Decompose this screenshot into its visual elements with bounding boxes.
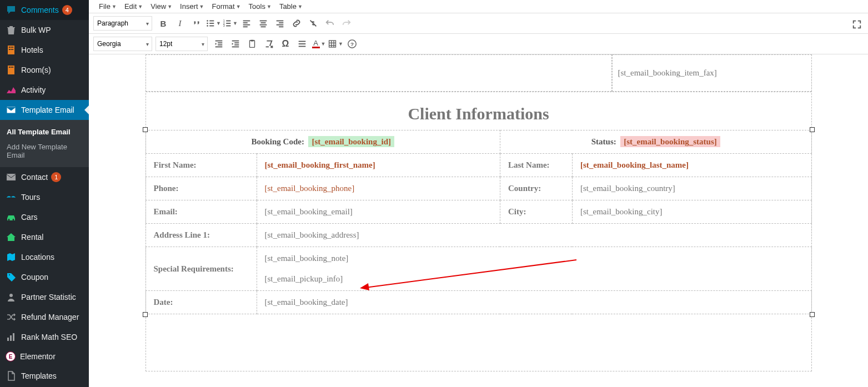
bold-button[interactable]: B — [155, 16, 171, 31]
sidebar-label: Room(s) — [21, 66, 51, 74]
sidebar-label: Rank Math SEO — [21, 333, 77, 341]
text-color-button[interactable]: A▼ — [311, 36, 327, 52]
file-icon — [6, 370, 17, 381]
sidebar-item-tours[interactable]: Tours — [0, 187, 89, 207]
indent-button[interactable] — [228, 36, 243, 52]
sidebar-item-refund[interactable]: Refund Manager — [0, 307, 89, 327]
resize-handle[interactable] — [143, 312, 148, 317]
sidebar-label: Tours — [21, 193, 40, 202]
clear-format-button[interactable] — [261, 36, 277, 52]
menu-table[interactable]: Table▼ — [276, 1, 306, 12]
svg-rect-46 — [234, 44, 239, 46]
menu-tools[interactable]: Tools▼ — [245, 1, 275, 12]
table-button[interactable]: ▼ — [328, 36, 343, 52]
sidebar-item-templates[interactable]: Templates — [0, 366, 89, 386]
italic-button[interactable]: I — [172, 16, 188, 31]
svg-text:3: 3 — [223, 24, 225, 27]
sidebar-item-rankmath[interactable]: Rank Math SEO — [0, 327, 89, 347]
table-row[interactable]: Email: [st_email_booking_email] City: [s… — [145, 200, 811, 224]
template-header-left-cell[interactable] — [145, 54, 612, 92]
table-row[interactable]: Address Line 1: [st_email_booking_addres… — [145, 224, 811, 247]
number-list-button[interactable]: 123▼ — [222, 16, 238, 31]
admin-sidebar: Comments 4 Bulk WP Hotels Room(s) Activi… — [0, 0, 89, 387]
svg-point-12 — [9, 294, 13, 297]
table-row[interactable]: Date: [st_email_booking_date] — [145, 291, 811, 314]
svg-rect-6 — [12, 49, 13, 50]
outdent-button[interactable] — [211, 36, 227, 52]
unlink-button[interactable] — [305, 16, 321, 31]
svg-rect-37 — [279, 22, 283, 23]
menu-insert[interactable]: Insert▼ — [177, 1, 207, 12]
svg-rect-40 — [215, 41, 223, 42]
bullet-list-button[interactable]: ▼ — [205, 16, 221, 31]
client-info-table[interactable]: Booking Code: [st_email_booking_id] Stat… — [145, 130, 812, 314]
submenu-add-new-template-email[interactable]: Add New Template Email — [0, 139, 89, 163]
svg-rect-14 — [10, 335, 12, 341]
editor-menubar: File▼ Edit▼ View▼ Insert▼ Format▼ Tools▼… — [89, 0, 868, 13]
sidebar-item-coupon[interactable]: Coupon — [0, 267, 89, 287]
svg-rect-43 — [215, 47, 223, 48]
submenu-all-template-email[interactable]: All Template Email — [0, 124, 89, 139]
template-header-right-cell[interactable]: [st_email_booking_item_fax] — [612, 54, 812, 92]
redo-button[interactable] — [339, 16, 354, 31]
sidebar-label: Comments — [21, 6, 59, 14]
menu-file[interactable]: File▼ — [96, 1, 120, 12]
sidebar-item-bulkwp[interactable]: Bulk WP — [0, 20, 89, 40]
menu-view[interactable]: View▼ — [147, 1, 175, 12]
resize-handle[interactable] — [143, 127, 148, 132]
table-row[interactable]: Phone: [st_email_booking_phone] Country:… — [145, 177, 811, 200]
building-icon — [6, 64, 17, 76]
resize-handle[interactable] — [810, 127, 815, 132]
sidebar-item-contact[interactable]: Contact 1 — [0, 167, 89, 187]
table-row[interactable]: Booking Code: [st_email_booking_id] Stat… — [145, 130, 811, 154]
undo-button[interactable] — [322, 16, 338, 31]
svg-rect-35 — [261, 26, 266, 27]
table-row[interactable]: Special Requirements: [st_email_booking_… — [145, 247, 811, 291]
elementor-icon: E — [6, 351, 16, 361]
paste-text-button[interactable] — [244, 36, 260, 52]
resize-handle[interactable] — [810, 312, 815, 317]
mail-icon — [6, 172, 17, 183]
svg-rect-13 — [7, 338, 9, 341]
font-family-select[interactable]: Georgia — [93, 37, 152, 51]
sidebar-item-activity[interactable]: Activity — [0, 80, 89, 100]
svg-rect-25 — [226, 23, 230, 24]
help-button[interactable]: ? — [344, 36, 360, 52]
sidebar-item-rooms[interactable]: Room(s) — [0, 60, 89, 80]
sidebar-item-template-email[interactable]: Template Email — [0, 100, 89, 120]
client-info-table-wrapper: Booking Code: [st_email_booking_id] Stat… — [145, 130, 812, 314]
menu-format[interactable]: Format▼ — [209, 1, 244, 12]
menu-edit[interactable]: Edit▼ — [121, 1, 146, 12]
fullscreen-button[interactable] — [849, 17, 865, 32]
sidebar-item-hotels[interactable]: Hotels — [0, 40, 89, 60]
align-right-button[interactable] — [272, 16, 288, 31]
table-row[interactable]: First Name: [st_email_booking_first_name… — [145, 154, 811, 177]
align-center-button[interactable] — [255, 16, 271, 31]
link-button[interactable] — [289, 16, 304, 31]
svg-rect-2 — [11, 47, 12, 48]
user-icon — [6, 291, 17, 303]
section-heading[interactable]: Client Informations — [146, 92, 811, 130]
hr-button[interactable] — [294, 36, 310, 52]
svg-point-16 — [207, 20, 208, 22]
svg-rect-39 — [279, 26, 283, 27]
font-size-select[interactable]: 12pt — [155, 37, 208, 51]
sidebar-item-elementor[interactable]: E Elementor — [0, 347, 89, 366]
svg-rect-33 — [261, 22, 266, 23]
svg-rect-50 — [299, 41, 306, 42]
sidebar-item-partner[interactable]: Partner Statistic — [0, 287, 89, 307]
block-format-select[interactable]: Paragraph — [93, 16, 152, 31]
sidebar-item-comments[interactable]: Comments 4 — [0, 0, 89, 20]
blockquote-button[interactable] — [189, 16, 204, 31]
svg-rect-42 — [218, 44, 222, 46]
contact-badge: 1 — [51, 172, 61, 182]
sidebar-label: Cars — [21, 213, 38, 222]
sidebar-item-rental[interactable]: Rental — [0, 227, 89, 247]
special-char-button[interactable]: Ω — [278, 36, 293, 52]
editor-canvas[interactable]: [st_email_booking_item_fax] Client Infor… — [89, 54, 868, 387]
align-left-button[interactable] — [239, 16, 254, 31]
svg-point-20 — [207, 25, 208, 27]
sidebar-item-cars[interactable]: Cars — [0, 207, 89, 227]
sidebar-item-locations[interactable]: Locations — [0, 247, 89, 267]
svg-rect-29 — [243, 22, 248, 23]
